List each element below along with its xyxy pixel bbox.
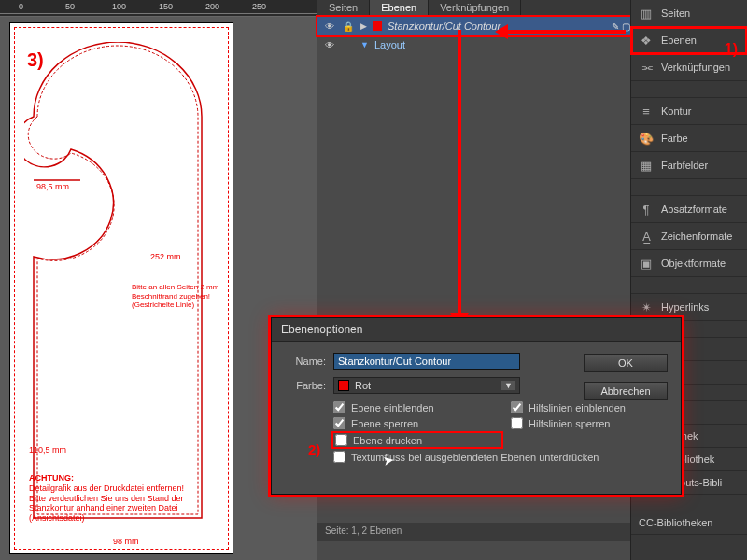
callout-2: 2) (308, 441, 320, 457)
disclosure-icon[interactable]: ▼ (360, 40, 369, 49)
character-icon: A̲ (639, 229, 654, 244)
ruler-tick: 150 (159, 2, 173, 11)
color-icon: 🎨 (639, 131, 654, 146)
links-icon: ⫘ (639, 60, 654, 75)
panel-label: Absatzformate (661, 203, 727, 215)
hyperlink-icon: ✴ (639, 300, 654, 315)
visibility-icon[interactable]: 👁 (323, 40, 336, 50)
ruler-tick: 200 (205, 2, 219, 11)
panel-label: Hyperlinks (661, 301, 709, 313)
layers-footer: Seite: 1, 2 Ebenen (317, 523, 630, 541)
layer-color-select[interactable]: Rot ▼ (333, 377, 520, 394)
ruler-tick: 250 (252, 2, 266, 11)
bleed-note: Bitte an allen Seiten 2 mm Beschnittrand… (132, 283, 218, 310)
panel-label: Objektformate (661, 258, 726, 269)
tab-ebenen[interactable]: Ebenen (370, 0, 429, 17)
panel-farbe[interactable]: 🎨Farbe (631, 125, 747, 152)
panel-label: Zeichenformate (661, 231, 732, 242)
paragraph-icon: ¶ (639, 202, 654, 217)
panel-absatzformate[interactable]: ¶Absatzformate (631, 196, 747, 223)
panel-verknuepfungen[interactable]: ⫘Verknüpfungen (631, 54, 747, 81)
stroke-icon: ≡ (639, 104, 654, 119)
warning-text: ACHTUNG: Detailgrafik aus der Druckdatei… (29, 473, 216, 524)
panel-farbfelder[interactable]: ▦Farbfelder (631, 152, 747, 179)
document-canvas: 0 50 100 150 200 250 3) 98,5 mm 252 mm 1… (0, 0, 317, 560)
document-page[interactable]: 3) 98,5 mm 252 mm 110,5 mm 98 mm Bitte a… (9, 22, 233, 554)
checkbox-show-guides[interactable]: Hilfslinien einblenden (511, 401, 698, 413)
layer-color-swatch (373, 21, 382, 31)
panel-label: Verknüpfungen (661, 62, 730, 73)
panel-tabs: Seiten Ebenen Verknüpfungen (317, 0, 630, 17)
pages-icon: ▥ (639, 6, 654, 21)
panel-label: Farbe (661, 133, 688, 144)
warning-title: ACHTUNG: (29, 473, 74, 483)
checkbox-lock-layer[interactable]: Ebene sperren (333, 417, 501, 429)
color-swatch-icon (338, 380, 349, 391)
lock-icon[interactable]: 🔒 (342, 21, 355, 32)
ok-button[interactable]: OK (584, 354, 668, 372)
name-label: Name: (285, 356, 326, 367)
visibility-icon[interactable]: 👁 (323, 21, 336, 32)
color-label: Farbe: (285, 380, 326, 391)
panel-label: Kontur (661, 105, 691, 117)
dropdown-icon: ▼ (501, 381, 515, 390)
ruler-horizontal: 0 50 100 150 200 250 (0, 0, 317, 17)
checkbox-lock-guides[interactable]: Hilfslinien sperren (511, 417, 698, 429)
annotation-arrowhead (495, 24, 508, 39)
annotation-arrow-h (504, 30, 626, 34)
cursor-icon: ➤ (382, 452, 396, 469)
panel-label: Ebenen (661, 35, 697, 46)
layer-options-dialog: Ebenenoptionen Name: Farbe: Rot ▼ Ebene … (271, 317, 682, 495)
layer-row-layout[interactable]: 👁 ▼ Layout (317, 35, 630, 54)
tab-seiten[interactable]: Seiten (317, 0, 370, 17)
panel-label: Seiten (661, 7, 690, 19)
warning-body: Detailgrafik aus der Druckdatei entferne… (29, 483, 184, 523)
panel-zeichenformate[interactable]: A̲Zeichenformate (631, 223, 747, 250)
disclosure-icon[interactable]: ▶ (360, 21, 367, 31)
dialog-title: Ebenenoptionen (272, 318, 681, 342)
panel-label: Farbfelder (661, 160, 708, 171)
panel-objektformate[interactable]: ▣Objektformate (631, 250, 747, 277)
dimension-bottom: 98 mm (113, 537, 139, 546)
callout-1: 1) (725, 41, 738, 58)
ruler-tick: 50 (65, 2, 75, 11)
swatches-icon: ▦ (639, 158, 654, 173)
dimension-top: 98,5 mm (36, 182, 69, 191)
annotation-arrow-v (458, 30, 461, 317)
checkbox-print-layer[interactable]: Ebene drucken (333, 433, 501, 447)
color-value: Rot (355, 380, 371, 391)
layer-name-input[interactable] (333, 353, 520, 370)
ruler-tick: 100 (112, 2, 126, 11)
dimension-height: 252 mm (150, 252, 181, 261)
panel-seiten[interactable]: ▥Seiten (631, 0, 747, 27)
ruler-tick: 0 (19, 2, 23, 11)
cancel-button[interactable]: Abbrechen (584, 382, 668, 400)
panel-kontur[interactable]: ≡Kontur (631, 98, 747, 125)
panel-cut[interactable]: CC-Bibliotheken (631, 511, 747, 535)
checkbox-show-layer[interactable]: Ebene einblenden (333, 401, 501, 413)
layer-name: Layout (374, 39, 630, 50)
dimension-left: 110,5 mm (29, 445, 66, 455)
layers-icon: ❖ (639, 33, 654, 48)
object-icon: ▣ (639, 256, 654, 271)
tab-verknuepfungen[interactable]: Verknüpfungen (429, 0, 521, 17)
